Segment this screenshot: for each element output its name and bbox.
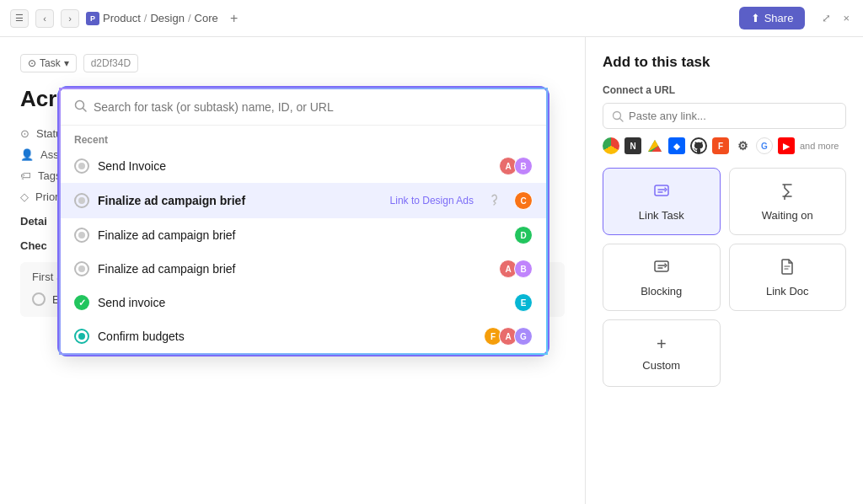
link-task-icon	[652, 181, 671, 204]
tags-label[interactable]: Tags	[38, 169, 61, 182]
link-doc-label: Link Doc	[766, 285, 809, 298]
share-icon: ⬆	[751, 12, 760, 24]
forward-button[interactable]: ›	[61, 9, 79, 28]
breadcrumb-product[interactable]: Product	[103, 12, 141, 24]
google-icon[interactable]: G	[756, 137, 773, 154]
avatar: D	[514, 226, 533, 244]
custom-label: Custom	[642, 359, 680, 372]
search-box	[61, 89, 546, 126]
assignee-icon: 👤	[20, 148, 34, 161]
priority-icon: ◇	[20, 190, 29, 203]
chevron-down-icon: ▾	[64, 57, 69, 69]
youtube-icon[interactable]: ▶	[778, 137, 795, 154]
dropbox-icon[interactable]: ◆	[668, 137, 685, 154]
expand-button[interactable]: ⤢	[818, 10, 834, 26]
task-name: Finalize ad campaign brief	[98, 194, 382, 207]
blocking-button[interactable]: Blocking	[603, 244, 721, 311]
drag-icon	[485, 190, 502, 211]
avatar-group: A B	[499, 157, 533, 175]
task-name: Send invoice	[98, 296, 509, 309]
status-icon: ⊙	[20, 127, 29, 140]
avatar: C	[514, 191, 533, 210]
task-id: d2Df34D	[83, 54, 138, 72]
search-icon	[74, 99, 87, 115]
github-icon[interactable]	[690, 137, 707, 154]
action-grid: Link Task Waiting on	[603, 168, 846, 387]
list-item[interactable]: Finalize ad campaign brief Link to Desig…	[61, 183, 546, 218]
tags-icon: 🏷	[20, 169, 31, 182]
task-status-icon	[74, 158, 89, 174]
recent-label: Recent	[61, 126, 546, 149]
avatar-group: F A G	[484, 327, 533, 346]
connect-url-label: Connect a URL	[603, 84, 846, 96]
svg-line-1	[83, 109, 87, 112]
task-status-icon-complete: ✓	[74, 295, 89, 310]
task-meta: ⊙ Task ▾ d2Df34D	[20, 54, 565, 72]
breadcrumb-icon: P	[86, 12, 99, 25]
task-type-icon: ⊙	[28, 57, 36, 69]
link-doc-icon	[778, 257, 796, 280]
close-button[interactable]: ×	[839, 10, 853, 26]
avatar-group: A B	[499, 260, 533, 278]
add-tab-button[interactable]: +	[225, 9, 244, 28]
list-item[interactable]: Finalize ad campaign brief A B	[61, 252, 546, 286]
title-bar-left: ☰ ‹ › P Product / Design / Core +	[10, 9, 732, 28]
right-panel-title: Add to this task	[603, 54, 846, 71]
custom-button[interactable]: + Custom	[603, 319, 721, 387]
and-more-text: and more	[800, 141, 839, 151]
task-status-icon	[74, 228, 89, 243]
task-name: Confirm budgets	[98, 330, 475, 343]
main-layout: ⊙ Task ▾ d2Df34D Acr ⊙ Status 👤 Assignee…	[0, 37, 863, 504]
custom-plus-icon: +	[657, 335, 667, 354]
task-name: Finalize ad campaign brief	[98, 228, 509, 242]
url-input[interactable]	[629, 110, 837, 122]
sidebar-toggle[interactable]: ☰	[10, 9, 29, 28]
list-item[interactable]: ✓ Send invoice E	[61, 286, 546, 319]
task-name: Finalize ad campaign brief	[98, 262, 490, 276]
waiting-on-label: Waiting on	[762, 209, 813, 222]
waiting-on-icon	[778, 181, 796, 204]
list-item[interactable]: Finalize ad campaign brief D	[61, 218, 546, 252]
avatar: G	[514, 327, 533, 346]
notion-icon[interactable]: N	[624, 137, 641, 154]
asana-icon[interactable]: ⚙	[734, 137, 751, 154]
breadcrumb-design[interactable]: Design	[150, 12, 184, 24]
blocking-label: Blocking	[641, 285, 682, 298]
app-icons-row: N ◆ F ⚙ G ▶ and more	[603, 137, 846, 154]
svg-line-3	[620, 118, 624, 121]
google-drive-icon[interactable]	[646, 137, 663, 154]
link-to-design-ads-badge: Link to Design Ads	[390, 195, 474, 206]
breadcrumb-core[interactable]: Core	[195, 12, 218, 24]
task-status-icon	[74, 261, 89, 276]
chrome-icon[interactable]	[603, 137, 619, 154]
back-button[interactable]: ‹	[35, 9, 54, 28]
window-controls: ⤢ ×	[818, 10, 853, 26]
list-item[interactable]: Send Invoice A B	[61, 149, 546, 183]
link-task-label: Link Task	[639, 209, 684, 222]
waiting-on-button[interactable]: Waiting on	[729, 168, 847, 235]
title-bar: ☰ ‹ › P Product / Design / Core + ⬆ Shar…	[0, 0, 863, 37]
share-button[interactable]: ⬆ Share	[739, 7, 806, 29]
list-item[interactable]: Confirm budgets F A G	[61, 319, 546, 353]
breadcrumb: P Product / Design / Core	[86, 12, 218, 25]
link-task-button[interactable]: Link Task	[603, 168, 721, 235]
avatar: E	[514, 293, 533, 312]
search-dropdown: Recent Send Invoice A B	[59, 88, 548, 355]
search-icon	[612, 110, 624, 122]
left-panel: ⊙ Task ▾ d2Df34D Acr ⊙ Status 👤 Assignee…	[0, 37, 585, 504]
right-panel: Add to this task Connect a URL N ◆	[585, 37, 863, 504]
check-circle[interactable]	[32, 292, 46, 306]
task-search-input[interactable]	[94, 100, 533, 114]
blocking-icon	[652, 257, 671, 280]
avatar: B	[514, 260, 533, 278]
task-name: Send Invoice	[98, 159, 490, 173]
link-doc-button[interactable]: Link Doc	[729, 244, 847, 311]
figma-icon[interactable]: F	[712, 137, 729, 154]
task-status-icon	[74, 193, 89, 208]
task-type-badge[interactable]: ⊙ Task ▾	[20, 54, 77, 72]
url-input-row	[603, 103, 846, 129]
avatar: B	[514, 157, 533, 175]
task-status-icon-teal	[74, 329, 89, 344]
